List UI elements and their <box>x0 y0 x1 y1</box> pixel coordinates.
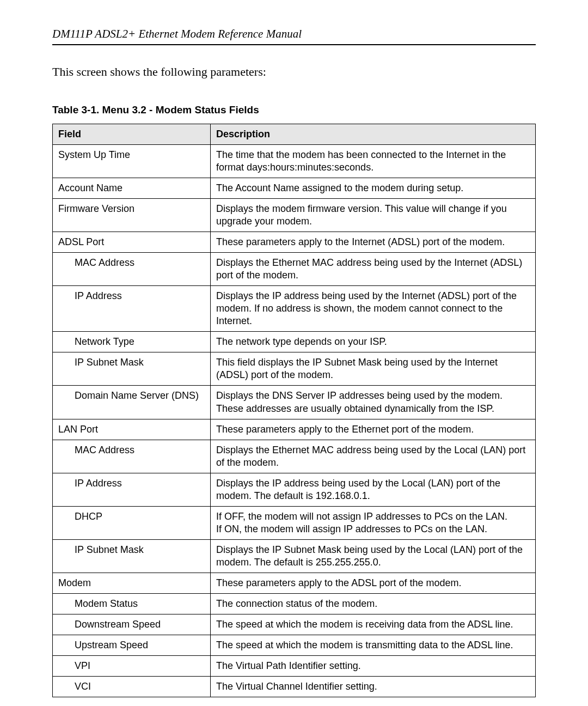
cell-field: ADSL Port <box>53 232 211 253</box>
cell-description: The network type depends on your ISP. <box>211 332 536 352</box>
table-row: MAC AddressDisplays the Ethernet MAC add… <box>53 440 536 473</box>
document-page: DM111P ADSL2+ Ethernet Modem Reference M… <box>0 0 588 706</box>
table-row: System Up TimeThe time that the modem ha… <box>53 145 536 178</box>
cell-field: Modem Status <box>53 593 211 614</box>
table-row: VPIThe Virtual Path Identifier setting. <box>53 655 536 676</box>
col-header-description: Description <box>211 124 536 145</box>
cell-field: DHCP <box>53 506 211 539</box>
table-row: ADSL PortThese parameters apply to the I… <box>53 232 536 253</box>
cell-description: If OFF, the modem will not assign IP add… <box>211 506 536 539</box>
cell-field: Upstream Speed <box>53 635 211 655</box>
modem-status-fields-table: Field Description System Up TimeThe time… <box>52 124 536 697</box>
cell-field: Domain Name Server (DNS) <box>53 386 211 419</box>
cell-field: IP Address <box>53 286 211 332</box>
table-row: IP Subnet MaskDisplays the IP Subnet Mas… <box>53 539 536 573</box>
cell-field: System Up Time <box>53 145 211 178</box>
cell-description: Displays the Ethernet MAC address being … <box>211 440 536 473</box>
cell-description: Displays the Ethernet MAC address being … <box>211 253 536 286</box>
cell-description: The speed at which the modem is transmit… <box>211 635 536 655</box>
cell-field: IP Address <box>53 473 211 506</box>
table-row: Account NameThe Account Name assigned to… <box>53 178 536 199</box>
cell-field: Firmware Version <box>53 199 211 232</box>
cell-description: Displays the modem firmware version. Thi… <box>211 199 536 232</box>
table-row: Upstream SpeedThe speed at which the mod… <box>53 635 536 655</box>
cell-description: The Virtual Path Identifier setting. <box>211 655 536 676</box>
table-caption: Table 3-1. Menu 3.2 - Modem Status Field… <box>52 104 536 116</box>
table-row: VCIThe Virtual Channel Identifier settin… <box>53 676 536 697</box>
table-header-row: Field Description <box>53 124 536 145</box>
table-row: MAC AddressDisplays the Ethernet MAC add… <box>53 253 536 286</box>
cell-field: MAC Address <box>53 253 211 286</box>
intro-paragraph: This screen shows the following paramete… <box>52 65 536 79</box>
table-row: Modem StatusThe connection status of the… <box>53 593 536 614</box>
cell-description: These parameters apply to the Ethernet p… <box>211 419 536 440</box>
cell-description: The Account Name assigned to the modem d… <box>211 178 536 199</box>
cell-field: Account Name <box>53 178 211 199</box>
table-row: IP Subnet MaskThis field displays the IP… <box>53 352 536 386</box>
table-row: DHCPIf OFF, the modem will not assign IP… <box>53 506 536 539</box>
cell-description: This field displays the IP Subnet Mask b… <box>211 352 536 386</box>
running-head: DM111P ADSL2+ Ethernet Modem Reference M… <box>52 27 536 45</box>
col-header-field: Field <box>53 124 211 145</box>
table-row: Network TypeThe network type depends on … <box>53 332 536 352</box>
cell-description: The connection status of the modem. <box>211 593 536 614</box>
table-row: Domain Name Server (DNS)Displays the DNS… <box>53 386 536 419</box>
cell-description: Displays the IP address being used by th… <box>211 286 536 332</box>
table-row: ModemThese parameters apply to the ADSL … <box>53 573 536 593</box>
cell-field: MAC Address <box>53 440 211 473</box>
cell-field: Downstream Speed <box>53 614 211 635</box>
cell-description: Displays the DNS Server IP addresses bei… <box>211 386 536 419</box>
cell-field: LAN Port <box>53 419 211 440</box>
cell-field: Modem <box>53 573 211 593</box>
cell-field: VPI <box>53 655 211 676</box>
table-row: Downstream SpeedThe speed at which the m… <box>53 614 536 635</box>
cell-description: These parameters apply to the Internet (… <box>211 232 536 253</box>
cell-field: Network Type <box>53 332 211 352</box>
cell-field: IP Subnet Mask <box>53 539 211 573</box>
table-row: IP AddressDisplays the IP address being … <box>53 286 536 332</box>
cell-description: These parameters apply to the ADSL port … <box>211 573 536 593</box>
cell-field: IP Subnet Mask <box>53 352 211 386</box>
cell-field: VCI <box>53 676 211 697</box>
cell-description: Displays the IP Subnet Mask being used b… <box>211 539 536 573</box>
table-row: IP AddressDisplays the IP address being … <box>53 473 536 506</box>
table-row: LAN PortThese parameters apply to the Et… <box>53 419 536 440</box>
cell-description: The speed at which the modem is receivin… <box>211 614 536 635</box>
cell-description: The time that the modem has been connect… <box>211 145 536 178</box>
cell-description: Displays the IP address being used by th… <box>211 473 536 506</box>
cell-description: The Virtual Channel Identifier setting. <box>211 676 536 697</box>
table-row: Firmware VersionDisplays the modem firmw… <box>53 199 536 232</box>
